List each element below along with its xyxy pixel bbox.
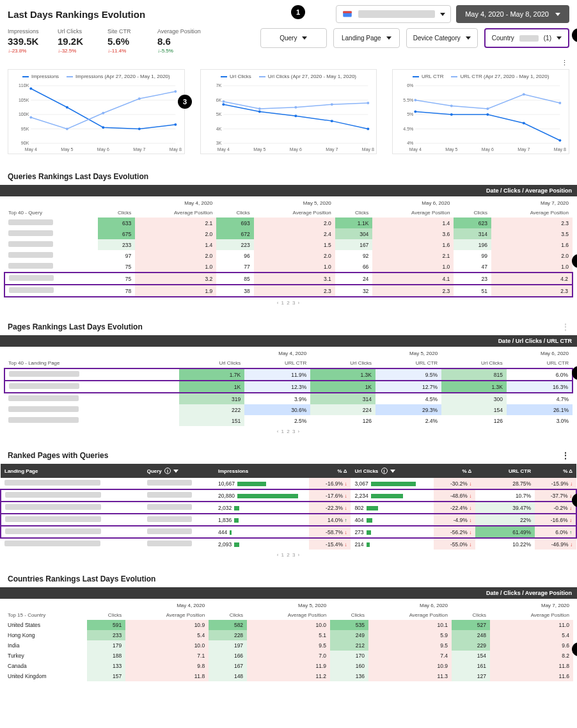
menu-icon[interactable]: ⋮ — [562, 326, 569, 328]
svg-text:4%: 4% — [407, 141, 414, 145]
site-name-redacted — [358, 10, 435, 18]
ranked-section-title: Ranked Pages with Queries ⋮ — [0, 443, 577, 464]
metric-card: Site CTR 5.6% ↓-11.4% — [107, 28, 142, 54]
svg-text:5K: 5K — [216, 112, 221, 116]
annotation-badge-2: 2 — [572, 28, 577, 42]
date-range-label: May 4, 2020 - May 8, 2020 — [465, 10, 549, 18]
svg-text:May 7: May 7 — [326, 147, 338, 152]
table-row: 1.7K11.9%1.3K9.5%8156.0% — [4, 368, 573, 381]
line-chart: Url ClicksUrl Clicks (Apr 27, 2020 - May… — [200, 69, 377, 154]
metric-delta: ↓-23.8% — [8, 48, 42, 54]
svg-text:May 7: May 7 — [133, 147, 145, 152]
metric-value: 339.5K — [8, 36, 42, 47]
svg-point-75 — [523, 93, 525, 96]
annotation-badge-3: 3 — [178, 95, 192, 109]
svg-text:May 4: May 4 — [25, 147, 37, 152]
table-row: 6332.16932.01.1K1.46232.3 — [4, 218, 573, 228]
svg-point-72 — [415, 99, 417, 102]
info-icon[interactable]: i — [381, 468, 388, 474]
svg-text:6%: 6% — [407, 83, 414, 88]
svg-text:May 8: May 8 — [361, 147, 374, 152]
svg-text:95K: 95K — [21, 127, 29, 131]
svg-point-45 — [331, 120, 333, 122]
metric-card: Average Position 8.6 ↓-5.5% — [157, 28, 201, 54]
pages-section-title: Pages Rankings Last Days Evolution ⋮ — [0, 315, 577, 335]
table-row: India17910.01979.52129.52299.6 — [4, 640, 573, 651]
table-row: 20,880-17.6% 2,234-48.6% 10.7%-37.7% — [1, 489, 576, 502]
table-row: 753.2853.1244.1234.2 — [4, 273, 573, 285]
metric-card: Url Clicks 19.2K ↓-32.5% — [58, 28, 92, 54]
metric-label: Site CTR — [107, 28, 142, 35]
svg-text:6K: 6K — [216, 98, 221, 102]
svg-point-76 — [559, 102, 562, 104]
caret-icon — [440, 13, 445, 16]
svg-point-42 — [222, 103, 225, 106]
info-icon[interactable]: i — [164, 468, 171, 474]
svg-point-46 — [367, 128, 369, 131]
svg-text:May 8: May 8 — [170, 147, 182, 152]
svg-text:110K: 110K — [19, 83, 29, 88]
svg-point-25 — [138, 97, 141, 100]
svg-text:May 6: May 6 — [97, 147, 109, 152]
svg-point-70 — [523, 122, 525, 125]
svg-point-49 — [294, 106, 297, 109]
table-row: 3193.9%3144.5%3004.7% — [4, 393, 573, 404]
site-selector[interactable] — [336, 5, 451, 23]
menu-icon[interactable]: ⋮ — [561, 62, 568, 64]
svg-point-22 — [29, 116, 32, 119]
chart-legend: Url ClicksUrl Clicks (Apr 27, 2020 - May… — [201, 70, 377, 83]
metric-value: 5.6% — [107, 36, 142, 47]
filter-query[interactable]: Query — [260, 28, 327, 48]
svg-point-24 — [102, 112, 104, 115]
table-row: 10,667-16.9% 3,067-30.2% 28.75%-15.9% — [1, 478, 576, 489]
chart-legend: ImpressionsImpressions (Apr 27, 2020 - M… — [8, 70, 184, 83]
metric-delta: ↓-11.4% — [107, 48, 142, 54]
svg-point-20 — [138, 128, 141, 131]
pager[interactable]: ‹ 1 2 3 › — [0, 550, 577, 567]
filter-landing-page[interactable]: Landing Page — [333, 28, 400, 48]
queries-table: May 4, 2020May 5, 2020May 6, 2020May 7, … — [4, 196, 573, 297]
table-row: 2,032-22.3% 802-22.4% 39.47%-0.2% — [1, 502, 576, 514]
svg-text:May 8: May 8 — [554, 147, 566, 152]
line-chart: ImpressionsImpressions (Apr 27, 2020 - M… — [8, 69, 185, 154]
table-row: Turkey1887.11667.01707.41548.2 — [4, 651, 573, 661]
pages-table: May 4, 2020May 5, 2020May 6, 2020Top 40 … — [4, 347, 573, 426]
queries-bar-label: Date / Clicks / Average Position — [0, 185, 577, 196]
svg-point-74 — [487, 107, 489, 110]
pager[interactable]: ‹ 1 2 3 › — [0, 297, 577, 315]
table-header: Landing PageQuery i Impressions% ΔUrl Cl… — [1, 464, 576, 478]
table-row: 751.0771.0661.0471.0 — [4, 261, 573, 273]
svg-point-51 — [367, 102, 369, 104]
svg-point-69 — [487, 113, 489, 116]
svg-point-50 — [331, 103, 333, 106]
pager[interactable]: ‹ 1 2 3 › — [0, 426, 577, 443]
svg-text:May 6: May 6 — [482, 147, 494, 152]
table-row: 22230.6%22429.3%15426.1% — [4, 404, 573, 415]
svg-point-48 — [258, 107, 261, 110]
svg-point-68 — [450, 113, 453, 116]
svg-rect-1 — [343, 12, 352, 13]
charts-row: 3 ImpressionsImpressions (Apr 27, 2020 -… — [0, 69, 577, 164]
menu-icon[interactable]: ⋮ — [562, 455, 569, 457]
svg-point-44 — [294, 115, 297, 117]
filter-device-category[interactable]: Device Category — [406, 28, 478, 48]
svg-point-19 — [102, 126, 104, 129]
svg-text:3K: 3K — [216, 141, 221, 145]
metric-value: 19.2K — [58, 36, 92, 47]
svg-text:May 5: May 5 — [253, 147, 265, 152]
countries-section-title: Countries Rankings Last Days Evolution — [0, 567, 577, 587]
date-range-button[interactable]: May 4, 2020 - May 8, 2020 — [456, 5, 569, 23]
filters-row: Query Landing Page Device Category Count… — [211, 28, 569, 48]
svg-point-47 — [222, 100, 225, 103]
table-row: 1512.5%1262.4%1263.0% — [4, 415, 573, 426]
svg-point-43 — [258, 111, 261, 113]
countries-bar-label: Date / Clicks / Average Position — [0, 587, 577, 599]
queries-section-title: Queries Rankings Last Days Evolution — [0, 164, 577, 185]
metric-label: Impressions — [8, 28, 42, 35]
svg-text:May 4: May 4 — [217, 147, 229, 152]
svg-text:100K: 100K — [19, 112, 29, 116]
table-row: 444-58.7% 273-56.2% 61.49%6.0% — [1, 526, 576, 538]
filter-country[interactable]: Country (1) — [484, 28, 569, 48]
svg-text:90K: 90K — [21, 141, 29, 145]
svg-text:May 5: May 5 — [61, 147, 73, 152]
